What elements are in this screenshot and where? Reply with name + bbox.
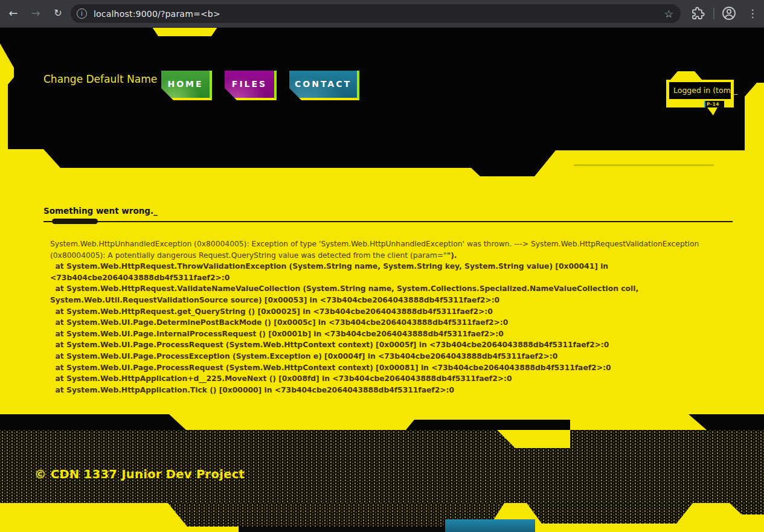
bookmark-star-icon[interactable]: ☆ xyxy=(664,8,673,20)
cursor-badge: P-14 xyxy=(704,101,724,107)
site-info-icon[interactable]: i xyxy=(77,8,87,19)
copyright-text: © CDN 1337 Junior Dev Project xyxy=(34,467,245,481)
reload-icon[interactable]: ↻ xyxy=(50,5,66,22)
footer-tongue-right xyxy=(527,503,693,524)
footer-dotted-band xyxy=(0,430,764,503)
forward-icon[interactable]: → xyxy=(27,5,44,22)
header-black-shape xyxy=(0,27,764,176)
stack-trace-intro: System.Web.HttpUnhandledException (0x800… xyxy=(50,240,701,260)
heading-rule-blob xyxy=(52,219,98,224)
toolbar-divider xyxy=(713,8,714,19)
url-text[interactable]: localhost:9000/?param=<b> xyxy=(94,9,664,19)
heading-rule xyxy=(43,221,733,222)
site-title-link[interactable]: Change Default Name xyxy=(43,73,157,85)
login-status: Logged in (tom)_ xyxy=(669,82,731,99)
stack-trace: System.Web.HttpUnhandledException (0x800… xyxy=(50,239,734,396)
browser-window: ← → ↻ i localhost:9000/?param=<b> ☆ ⋮ Ch… xyxy=(0,0,764,532)
header-shadow-line xyxy=(574,164,714,166)
back-icon[interactable]: ← xyxy=(5,5,22,22)
webpage: Change Default Name HOME FILES CONTACT L… xyxy=(0,27,764,532)
error-heading: Something went wrong._ xyxy=(43,206,158,216)
footer-blue-bar xyxy=(445,519,535,532)
stack-trace-bold: "). at System.Web.HttpRequest.ThrowValid… xyxy=(50,251,641,394)
address-bar[interactable]: i localhost:9000/?param=<b> ☆ xyxy=(71,4,681,23)
browser-toolbar: ← → ↻ i localhost:9000/?param=<b> ☆ ⋮ xyxy=(0,0,764,28)
footer-shape-left xyxy=(0,414,186,430)
footer-shape-middle xyxy=(406,420,570,430)
profile-icon[interactable] xyxy=(721,5,737,21)
nav-button-contact[interactable]: CONTACT xyxy=(289,71,359,100)
nav-button-files[interactable]: FILES xyxy=(225,71,277,100)
footer-tongue-corner xyxy=(730,503,764,514)
footer-shape-right xyxy=(689,414,764,430)
browser-menu-icon[interactable]: ⋮ xyxy=(745,5,760,22)
extensions-icon[interactable] xyxy=(691,6,705,21)
